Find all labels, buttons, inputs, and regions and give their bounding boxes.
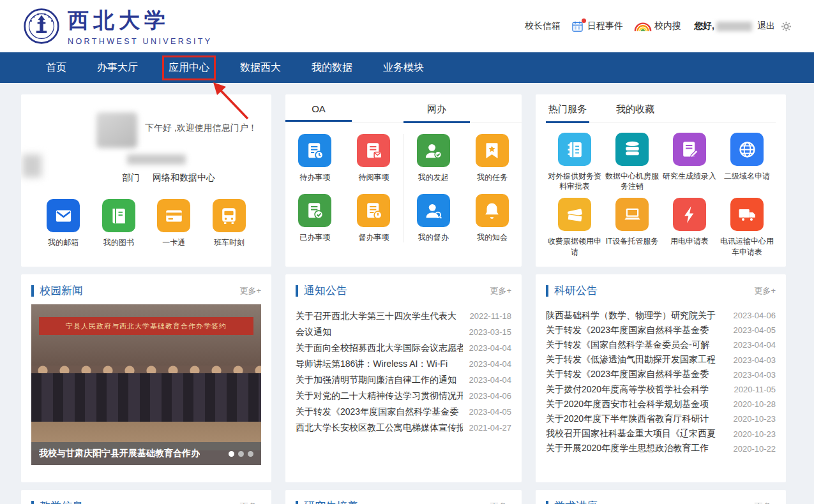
- book-icon: [109, 206, 128, 226]
- nav-item-home[interactable]: 首页: [46, 52, 66, 83]
- app-tile[interactable]: 收费票据领用申请: [546, 198, 603, 256]
- news-photo[interactable]: 宁县人民政府与西北大学基础教育合作办学签约 我校与甘肃庆阳宁县开展基础教育合作办: [31, 304, 261, 465]
- app-tile[interactable]: 督办事项: [348, 194, 399, 242]
- app-label: 我的图书: [103, 237, 134, 248]
- app-tile[interactable]: 用电申请表: [661, 198, 718, 256]
- notice-date: 2023-04-05: [734, 325, 776, 335]
- app-label: 我的督办: [418, 232, 449, 242]
- notice-item[interactable]: 导师讲坛第186讲：Wireless AI：Wi-Fi 2023-04-04: [296, 356, 511, 372]
- app-tile[interactable]: 我的图书: [92, 199, 146, 248]
- notice-item[interactable]: 关于加强清明节期间廉洁自律工作的通知 2023-04-04: [296, 372, 511, 388]
- app-tile[interactable]: 对外提供财务资料审批表: [546, 133, 603, 191]
- notice-item[interactable]: 关于2020年度西安市社会科学规划基金项 2020-10-28: [546, 397, 776, 411]
- notice-title[interactable]: 关于开展2020年度学生思想政治教育工作: [546, 443, 727, 454]
- notice-title[interactable]: 导师讲坛第186讲：Wireless AI：Wi-Fi: [296, 359, 463, 370]
- notice-title[interactable]: 关于转发《2023年度国家自然科学基金委: [546, 369, 727, 380]
- notice-item[interactable]: 关于对党的二十大精神传达学习贯彻情况开 2023-04-06: [296, 388, 511, 404]
- news-caption-text[interactable]: 我校与甘肃庆阳宁县开展基础教育合作办: [39, 448, 200, 459]
- carousel-dot[interactable]: [248, 451, 253, 457]
- more-link[interactable]: 更多+: [239, 501, 261, 504]
- bookmark-star-icon: [482, 141, 502, 161]
- app-tile[interactable]: 待办事项: [289, 134, 340, 182]
- gear-icon[interactable]: [780, 20, 792, 33]
- notice-item[interactable]: 我校召开国家社科基金重大项目《辽宋西夏 2020-10-23: [546, 427, 776, 441]
- app-tile[interactable]: 我的邮箱: [36, 199, 90, 248]
- notice-item[interactable]: 陕西基础科学（数学、物理学）研究院关于 2023-04-06: [546, 308, 776, 323]
- notice-item[interactable]: 关于转发《2023年度国家自然科学基金委 2023-04-05: [296, 404, 511, 420]
- oa-section-title[interactable]: OA: [285, 103, 352, 122]
- notice-title[interactable]: 关于面向全校招募西北大学国际会议志愿者: [296, 343, 463, 354]
- app-label: 二级域名申请: [724, 171, 770, 181]
- notice-title[interactable]: 关于转发《低渗透油气田勘探开发国家工程: [546, 354, 727, 366]
- app-tile[interactable]: 我的督办: [408, 194, 459, 242]
- notice-title[interactable]: 陕西基础科学（数学、物理学）研究院关于: [546, 310, 727, 322]
- notice-item[interactable]: 关于转发《低渗透油气田勘探开发国家工程 2023-04-03: [546, 353, 776, 367]
- app-label: 收费票据领用申请: [546, 236, 603, 256]
- calendar-icon[interactable]: [571, 20, 584, 33]
- notice-item[interactable]: 关于转发《2023年度国家自然科学基金委 2023-04-05: [546, 323, 776, 337]
- graduate-training-card: 研究生培养 更多+: [285, 490, 522, 504]
- app-tile[interactable]: 我的任务: [467, 134, 518, 182]
- notice-title[interactable]: 关于转发《2023年度国家自然科学基金委: [296, 406, 463, 418]
- carousel-dot[interactable]: [238, 451, 244, 457]
- university-name-en: NORTHWEST UNIVERSITY: [68, 37, 213, 46]
- notice-title[interactable]: 会议通知: [296, 327, 463, 338]
- app-tile[interactable]: 班车时刻: [202, 199, 256, 248]
- nav-item-business-modules[interactable]: 业务模块: [383, 52, 424, 83]
- schedule-link[interactable]: 日程事件: [587, 20, 623, 32]
- notice-title[interactable]: 关于对党的二十大精神传达学习贯彻情况开: [296, 390, 463, 402]
- notice-title[interactable]: 关于召开西北大学第三十四次学生代表大: [296, 311, 463, 322]
- logout-link[interactable]: 退出: [757, 20, 775, 32]
- notice-item[interactable]: 关于拨付2020年度高等学校哲学社会科学 2020-11-05: [546, 382, 776, 397]
- notice-title[interactable]: 西北大学长安校区教工公寓电梯媒体宣传报: [296, 422, 463, 434]
- notice-title[interactable]: 关于2020年度西安市社会科学规划基金项: [546, 399, 727, 410]
- notice-item[interactable]: 关于转发《国家自然科学基金委员会-可解 2023-04-04: [546, 337, 776, 352]
- nav-item-service-hall[interactable]: 办事大厅: [97, 52, 138, 83]
- user-name-blurred: [127, 154, 186, 165]
- notice-item[interactable]: 关于转发《2023年度国家自然科学基金委 2023-04-03: [546, 367, 776, 382]
- notice-item[interactable]: 关于2020年度下半年陕西省教育厅科研计 2020-10-23: [546, 411, 776, 426]
- rainbow-search-icon[interactable]: [633, 21, 652, 32]
- more-link[interactable]: 更多+: [754, 501, 776, 504]
- app-tile[interactable]: 数据中心机房服务注销: [604, 133, 660, 191]
- tab-hot-services[interactable]: 热门服务: [546, 103, 589, 123]
- title-accent-bar: [296, 285, 298, 297]
- app-tile[interactable]: 待阅事项: [348, 134, 399, 182]
- notice-title[interactable]: 我校召开国家社科基金重大项目《辽宋西夏: [546, 428, 727, 440]
- notice-title[interactable]: 关于2020年度下半年陕西省教育厅科研计: [546, 413, 727, 425]
- more-link[interactable]: 更多+: [754, 285, 776, 297]
- notice-title[interactable]: 关于转发《2023年度国家自然科学基金委: [546, 325, 727, 336]
- more-link[interactable]: 更多+: [490, 501, 511, 504]
- notice-title[interactable]: 关于加强清明节期间廉洁自律工作的通知: [296, 374, 463, 386]
- app-tile[interactable]: 研究生成绩录入: [661, 133, 718, 191]
- carousel-dot[interactable]: [229, 451, 234, 457]
- more-link[interactable]: 更多+: [239, 285, 261, 297]
- news-caption-bar[interactable]: 我校与甘肃庆阳宁县开展基础教育合作办: [31, 442, 261, 465]
- app-tile[interactable]: IT设备托管服务: [604, 198, 660, 256]
- title-accent-bar: [546, 285, 548, 297]
- notice-item[interactable]: 关于召开西北大学第三十四次学生代表大 2022-11-18: [296, 308, 511, 324]
- nav-item-app-center[interactable]: 应用中心: [169, 52, 209, 83]
- app-tile[interactable]: 我的知会: [467, 194, 518, 242]
- notice-item[interactable]: 西北大学长安校区教工公寓电梯媒体宣传报 2021-04-27: [296, 420, 511, 436]
- notice-item[interactable]: 关于开展2020年度学生思想政治教育工作 2020-10-22: [546, 441, 776, 456]
- app-tile[interactable]: 我的发起: [408, 134, 459, 182]
- notice-title[interactable]: 关于转发《国家自然科学基金委员会-可解: [546, 339, 727, 351]
- tab-my-favorites[interactable]: 我的收藏: [614, 103, 657, 122]
- notice-title[interactable]: 关于拨付2020年度高等学校哲学社会科学: [546, 384, 727, 396]
- app-tile[interactable]: 电讯运输中心用车申请表: [719, 198, 775, 256]
- notice-item[interactable]: 关于面向全校招募西北大学国际会议志愿者 2023-04-04: [296, 340, 511, 356]
- university-logo[interactable]: 西北大学 NORTHWEST UNIVERSITY: [23, 6, 213, 46]
- campus-search-link[interactable]: 校内搜: [654, 20, 681, 32]
- app-tile[interactable]: 已办事项: [289, 194, 340, 242]
- app-tile[interactable]: 二级域名申请: [719, 133, 775, 191]
- nav-item-my-data[interactable]: 我的数据: [312, 52, 352, 83]
- app-tile[interactable]: 一卡通: [147, 199, 200, 248]
- nav-item-data-nwu[interactable]: 数据西大: [240, 52, 281, 83]
- online-office-section-title[interactable]: 网办: [403, 103, 470, 123]
- more-link[interactable]: 更多+: [490, 285, 511, 297]
- mail-icon: [54, 206, 73, 226]
- app-label: 待阅事项: [358, 172, 389, 182]
- president-mailbox-link[interactable]: 校长信箱: [525, 20, 561, 32]
- notice-item[interactable]: 会议通知 2023-03-15: [296, 324, 511, 340]
